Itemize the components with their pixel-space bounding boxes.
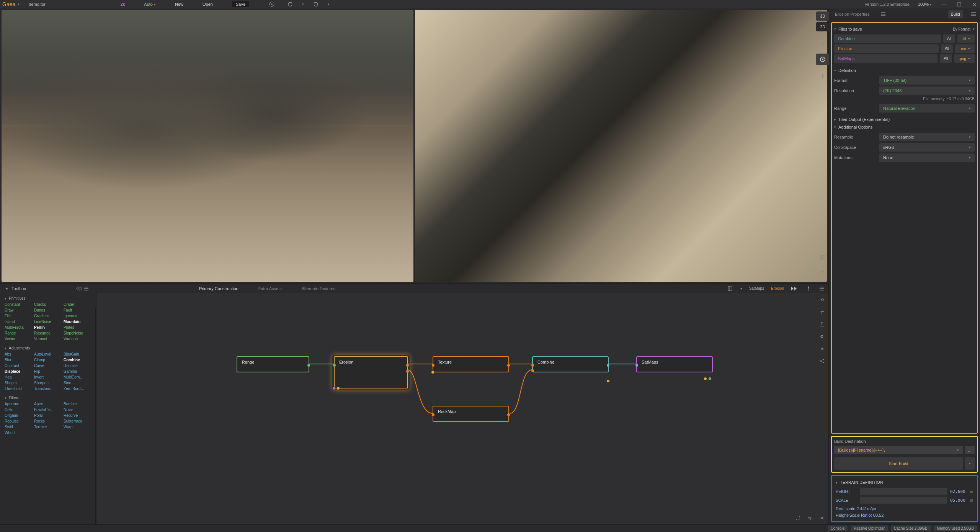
format-select[interactable]: TIFF (32-bit)▾ (879, 76, 975, 85)
file-fmt-combine[interactable]: .tif ▾ (957, 34, 975, 43)
tab-build[interactable]: Build (948, 10, 963, 18)
graph-layout-icon[interactable] (727, 285, 733, 292)
tool-noise[interactable]: Noise (64, 407, 91, 412)
node-range[interactable]: Range (237, 356, 309, 372)
mini-erosion[interactable]: Erosion (771, 286, 784, 290)
redo-icon[interactable] (312, 1, 319, 8)
tool-multicom…[interactable]: MultiCom… (64, 375, 91, 380)
tool-crater[interactable]: Crater (64, 302, 91, 307)
tool-heal[interactable]: Heal (5, 375, 33, 380)
build-menu-icon[interactable] (970, 11, 977, 18)
play-icon[interactable] (791, 286, 798, 291)
canvas-sync-icon[interactable]: ⇄ (818, 308, 825, 315)
tool-bomber[interactable]: Bomber (64, 401, 91, 406)
height-slider[interactable] (860, 488, 947, 495)
resample-select[interactable]: Do not resample▾ (879, 133, 975, 141)
file-fmt-satmaps[interactable]: .png ▾ (954, 54, 975, 63)
toolbox-section-adjustments[interactable]: ▾Adjustments (5, 344, 91, 352)
tool-warp[interactable]: Warp (64, 424, 91, 429)
node-erosion[interactable]: Erosion (334, 356, 408, 388)
browse-button[interactable]: … (965, 446, 975, 454)
tool-recurve[interactable]: Recurve (64, 413, 91, 418)
open-button[interactable]: Open (203, 2, 213, 7)
target-icon[interactable] (816, 54, 829, 65)
zoom-label[interactable]: 100% (918, 2, 929, 7)
start-build-button[interactable]: Start Build (834, 457, 963, 470)
tool-resource[interactable]: Resource (34, 331, 62, 336)
tool-linenoise[interactable]: LineNoise (34, 319, 62, 324)
tool-threshold[interactable]: Threshold (5, 386, 33, 391)
tool-sine[interactable]: Sine (64, 380, 91, 385)
collapse-left-icon[interactable]: ◂ (3, 285, 10, 292)
node-satmaps[interactable]: SatMaps (636, 356, 713, 372)
tool-aperture[interactable]: Aperture (5, 401, 33, 406)
app-menu-chevron[interactable]: ▾ (18, 2, 20, 6)
tab-properties[interactable]: Erosion Properties (832, 10, 873, 18)
node-rockmap[interactable]: RockMap (433, 406, 509, 422)
toolbox-list-icon[interactable] (83, 285, 90, 292)
tool-subterrace[interactable]: Subterrace (64, 419, 91, 424)
tool-clamp[interactable]: Clamp (34, 357, 62, 362)
tool-rocks[interactable]: Rocks (34, 419, 62, 424)
grid-icon[interactable] (816, 252, 829, 263)
tool-transform[interactable]: Transform (34, 386, 62, 391)
tool-abs[interactable]: Abs (5, 352, 33, 357)
save-button[interactable]: Save• (232, 1, 249, 7)
canvas-gear-icon[interactable]: ⚙ (818, 333, 825, 340)
graph-menu-icon[interactable] (818, 285, 825, 292)
tool-fault[interactable]: Fault (64, 308, 91, 313)
tool-slopenoise[interactable]: SlopeNoise (64, 331, 91, 336)
tool-constant[interactable]: Constant (5, 302, 33, 307)
mini-satmaps[interactable]: SatMaps (749, 286, 764, 290)
tool-displace[interactable]: Displace (5, 369, 33, 374)
tool-apex[interactable]: Apex (34, 401, 62, 406)
cloud-icon[interactable] (816, 268, 829, 279)
tool-igneous[interactable]: Igneous (64, 313, 91, 318)
height-value[interactable]: 02,600 (950, 489, 965, 494)
tool-gamma[interactable]: Gamma (64, 369, 91, 374)
tool-island[interactable]: Island (5, 319, 33, 324)
graph-layout-chevron[interactable]: ▾ (740, 287, 742, 290)
file-chip-combine[interactable]: Combine (834, 34, 941, 43)
mutations-select[interactable]: None▾ (879, 153, 975, 162)
bolt-icon[interactable] (816, 70, 829, 81)
tool-perlin[interactable]: Perlin (34, 325, 62, 330)
maximize-icon[interactable] (956, 1, 962, 8)
file-chip-erosion[interactable]: Erosion (834, 44, 939, 53)
node-combine[interactable]: Combine (532, 356, 609, 372)
undo-icon[interactable] (287, 1, 294, 8)
flame-icon[interactable] (805, 285, 812, 292)
tool-denoise[interactable]: Denoise (64, 363, 91, 368)
auto-button[interactable]: Auto (144, 2, 153, 7)
tool-mountain[interactable]: Mountain (64, 319, 91, 324)
tool-zero bord…[interactable]: Zero Bord… (64, 386, 91, 391)
redo-history-chevron[interactable]: ▾ (328, 2, 330, 6)
file-chip-satmaps[interactable]: SatMaps (834, 54, 938, 63)
tool-multifractal[interactable]: MultiFractal (5, 325, 33, 330)
file-all-satmaps[interactable]: All (940, 54, 952, 63)
tool-voronoi+[interactable]: Voronoi+ (64, 336, 91, 341)
props-menu-icon[interactable] (880, 11, 887, 18)
colorspace-select[interactable]: sRGB▾ (879, 143, 975, 152)
tool-autolevel[interactable]: AutoLevel (34, 352, 62, 357)
tiled-output-header[interactable]: Tiled Output (Experimental) (838, 117, 890, 122)
tool-draw[interactable]: Draw (5, 308, 33, 313)
passive-optimizer[interactable]: Passive Optimizer (851, 525, 888, 531)
tool-polar[interactable]: Polar (34, 413, 62, 418)
graph-tab-1[interactable]: Extra Assets (248, 284, 292, 293)
file-fmt-erosion[interactable]: .exr ▾ (955, 44, 975, 53)
node-canvas[interactable]: Range Erosion Texture RockMap (96, 293, 828, 524)
by-format[interactable]: By Format (953, 27, 970, 31)
tool-terrace[interactable]: Terrace (34, 424, 62, 429)
tool-dunes[interactable]: Dunes (34, 308, 62, 313)
cache-size[interactable]: Cache Size 2.09GB (891, 525, 931, 531)
build-dest-field[interactable]: [Builds]\[Filename]\[+++]\▾ (834, 446, 963, 454)
close-icon[interactable] (971, 1, 978, 8)
tool-sharpen[interactable]: Sharpen (34, 380, 62, 385)
tool-blur[interactable]: Blur (5, 357, 33, 362)
node-texture[interactable]: Texture (433, 356, 509, 372)
toolbox-section-primitives[interactable]: ▾Primitives (5, 295, 91, 302)
tool-plates[interactable]: Plates (64, 325, 91, 330)
memory-used[interactable]: Memory used 2.50GB (934, 525, 977, 531)
toolbox-section-filters[interactable]: ▾Filters (5, 394, 91, 401)
